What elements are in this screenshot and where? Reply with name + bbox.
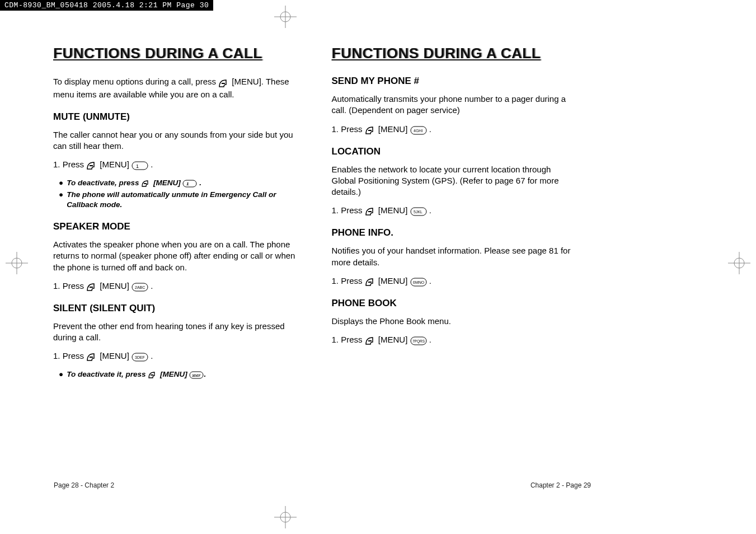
key-7-icon: 7PQRS (410, 335, 427, 345)
left-soft-key-icon (365, 277, 376, 287)
page-title: FUNCTIONS DURING A CALL (332, 45, 577, 62)
svg-text:3DEF: 3DEF (192, 374, 201, 377)
left-soft-key-icon (141, 178, 151, 188)
step-text: 1. Press [MENU] 5JKL . (332, 205, 577, 216)
section-body: Prevent the other end from hearing tones… (53, 321, 298, 344)
crop-mark-bottom (274, 506, 297, 528)
left-soft-key-icon (86, 282, 97, 292)
page-footer-left: Page 28 - Chapter 2 (54, 481, 114, 489)
left-soft-key-icon (365, 125, 376, 135)
section-heading-speaker: SPEAKER MODE (53, 221, 298, 232)
note-block: ●To deactivate it, press [MENU] 3DEF. (59, 369, 298, 380)
step-text: 1. Press [MENU] 2ABC . (53, 281, 298, 292)
left-soft-key-icon (365, 206, 376, 216)
key-6-icon: 6MNO (410, 277, 427, 287)
svg-text:1: 1 (186, 181, 189, 186)
svg-rect-34 (368, 282, 372, 283)
svg-text:1: 1 (136, 163, 139, 169)
svg-text:5JKL: 5JKL (414, 210, 422, 214)
key-1-icon: 1 (132, 160, 148, 170)
svg-text:6MNO: 6MNO (413, 280, 425, 284)
page-spread: FUNCTIONS DURING A CALL To display menu … (53, 45, 576, 383)
section-body: The caller cannot hear you or any sounds… (53, 129, 298, 152)
section-body: Automatically transmits your phone numbe… (332, 93, 577, 116)
svg-rect-31 (368, 211, 372, 212)
svg-rect-17 (183, 180, 196, 187)
svg-text:2ABC: 2ABC (135, 285, 145, 289)
crop-mark-top (274, 6, 297, 28)
section-heading-phonebook: PHONE BOOK (332, 298, 577, 309)
section-heading-location: LOCATION (332, 146, 577, 157)
left-soft-key-icon (86, 352, 97, 362)
svg-rect-14 (132, 162, 148, 170)
section-body: Displays the Phone Book menu. (332, 316, 577, 327)
section-heading-sendphone: SEND MY PHONE # (332, 76, 577, 87)
step-text: 1. Press [MENU] 7PQRS . (332, 335, 577, 345)
note-text: The phone will automatically unmute in E… (67, 190, 298, 210)
step-text: 1. Press [MENU] 3DEF . (53, 351, 298, 362)
step-text: 1. Press [MENU] 4GHI . (332, 124, 577, 135)
key-1-icon: 1 (182, 178, 197, 188)
crop-mark-left (6, 252, 28, 274)
section-body: Notifies you of your handset information… (332, 245, 577, 268)
note-block: ●To deactivate, press [MENU] 1 . ●The ph… (59, 178, 298, 210)
section-body: Enables the network to locate your curre… (332, 164, 577, 198)
page-right: FUNCTIONS DURING A CALL SEND MY PHONE # … (329, 45, 577, 383)
svg-rect-22 (90, 357, 93, 358)
section-body: Activates the speaker phone when you are… (53, 239, 298, 273)
svg-rect-13 (90, 165, 93, 166)
key-3-icon: 3DEF (132, 352, 148, 362)
page-left: FUNCTIONS DURING A CALL To display menu … (53, 45, 298, 383)
svg-rect-16 (144, 183, 147, 184)
key-5-icon: 5JKL (410, 206, 427, 216)
note-line: ●To deactivate, press [MENU] 1 . (59, 178, 298, 189)
left-soft-key-icon (365, 335, 376, 345)
section-heading-silent: SILENT (SILENT QUIT) (53, 303, 298, 314)
left-soft-key-icon (86, 160, 97, 170)
page-title: FUNCTIONS DURING A CALL (53, 45, 298, 62)
crop-mark-right (728, 252, 750, 274)
svg-rect-12 (222, 83, 225, 84)
note-line: ●To deactivate it, press [MENU] 3DEF. (59, 369, 298, 380)
key-3-icon: 3DEF (189, 370, 204, 380)
svg-text:3DEF: 3DEF (135, 355, 145, 359)
left-soft-key-icon (218, 77, 229, 88)
page-footer-right: Chapter 2 - Page 29 (530, 481, 591, 489)
note-line: ●The phone will automatically unmute in … (59, 190, 298, 210)
svg-text:7PQRS: 7PQRS (412, 339, 425, 344)
svg-rect-19 (90, 287, 93, 288)
step-text: 1. Press [MENU] 1 . (53, 160, 298, 170)
svg-rect-25 (151, 374, 153, 376)
section-heading-phoneinfo: PHONE INFO. (332, 227, 577, 238)
left-soft-key-icon (148, 370, 158, 380)
intro-text: To display menu options during a call, p… (53, 76, 298, 100)
step-text: 1. Press [MENU] 6MNO . (332, 276, 577, 287)
svg-rect-28 (368, 130, 372, 131)
key-4-icon: 4GHI (410, 125, 427, 135)
svg-text:4GHI: 4GHI (414, 129, 422, 133)
print-header: CDM-8930_BM_050418 2005.4.18 2:21 PM Pag… (0, 0, 213, 11)
svg-rect-37 (368, 340, 372, 341)
section-heading-mute: MUTE (UNMUTE) (53, 111, 298, 123)
key-2-icon: 2ABC (132, 282, 148, 292)
